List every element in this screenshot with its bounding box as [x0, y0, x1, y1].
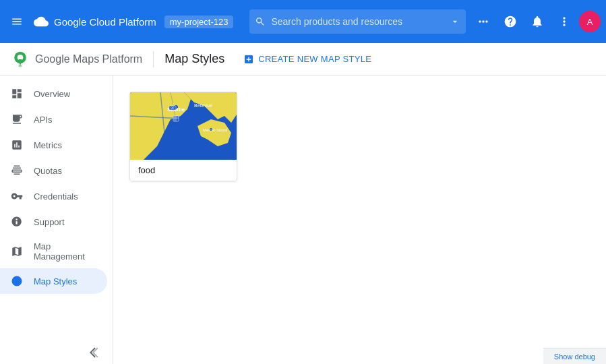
sidebar-item-map-styles[interactable]: Map Styles [0, 268, 107, 294]
avatar[interactable]: A [579, 11, 601, 32]
apis-icon [11, 113, 23, 125]
sidebar-label-map-management: Map Management [34, 241, 96, 262]
sidebar-label-map-styles: Map Styles [34, 276, 77, 286]
title-divider [153, 51, 154, 67]
svg-text:90: 90 [171, 106, 175, 110]
credentials-icon [11, 190, 23, 202]
sidebar-item-metrics[interactable]: Metrics [0, 132, 107, 158]
svg-point-14 [200, 108, 203, 111]
apps-icon-btn[interactable] [471, 9, 495, 34]
maps-logo-area: Google Maps Platform [11, 50, 142, 69]
map-thumbnail-svg: Seattle Bellevue Mercer Island 90 [130, 92, 237, 160]
top-bar-product-name: Google Cloud Platform [54, 16, 156, 28]
main-layout: Overview APIs Metrics [0, 75, 606, 364]
map-card-name: food [138, 165, 155, 175]
sidebar-item-quotas[interactable]: Quotas [0, 158, 107, 183]
svg-text:Mercer Island: Mercer Island [203, 128, 227, 132]
sidebar: Overview APIs Metrics [0, 75, 113, 364]
sidebar-label-apis: APIs [34, 115, 52, 125]
map-thumbnail: Seattle Bellevue Mercer Island 90 [130, 92, 237, 160]
search-icon [255, 16, 266, 27]
add-icon [243, 54, 254, 65]
sidebar-item-credentials[interactable]: Credentials [0, 183, 107, 209]
sidebar-item-apis[interactable]: APIs [0, 107, 107, 132]
maps-pin-icon [11, 50, 30, 69]
sidebar-label-overview: Overview [34, 89, 70, 99]
second-bar: Google Maps Platform Map Styles CREATE N… [0, 43, 606, 75]
overview-icon [11, 88, 23, 100]
create-btn-label: CREATE NEW MAP STYLE [258, 54, 371, 64]
sidebar-item-map-management[interactable]: Map Management [0, 235, 107, 268]
more-icon-btn[interactable] [552, 9, 576, 34]
support-icon [11, 216, 23, 228]
top-bar: Google Cloud Platform my-project-123 [0, 0, 606, 43]
sidebar-label-quotas: Quotas [34, 166, 62, 176]
map-management-icon [11, 245, 23, 257]
svg-text:Bellevue: Bellevue [194, 103, 212, 108]
map-styles-icon [11, 275, 23, 287]
map-style-card[interactable]: Seattle Bellevue Mercer Island 90 food [129, 92, 237, 181]
sidebar-item-support[interactable]: Support [0, 209, 107, 235]
map-card-footer: food [130, 160, 237, 181]
metrics-icon [11, 139, 23, 151]
top-bar-account-name[interactable]: my-project-123 [164, 16, 234, 28]
help-icon-btn[interactable] [498, 9, 522, 34]
menu-icon[interactable] [5, 10, 28, 33]
create-new-map-style-button[interactable]: CREATE NEW MAP STYLE [235, 50, 380, 69]
sidebar-label-credentials: Credentials [34, 191, 78, 202]
page-title: Map Styles [164, 52, 224, 66]
quotas-icon [11, 164, 23, 177]
cloud-logo-icon [34, 14, 49, 29]
top-bar-actions: A [471, 9, 601, 34]
sidebar-collapse-btn[interactable] [0, 341, 113, 364]
collapse-icon [90, 346, 102, 359]
search-input[interactable] [271, 16, 444, 27]
top-bar-logo-area: Google Cloud Platform my-project-123 [34, 14, 233, 29]
svg-point-4 [12, 276, 22, 286]
app-name: Google Maps Platform [35, 53, 142, 65]
notification-icon-btn[interactable] [525, 9, 549, 34]
main-content: Seattle Bellevue Mercer Island 90 food [113, 75, 606, 364]
sidebar-label-metrics: Metrics [34, 140, 62, 150]
debug-label[interactable]: Show debug [554, 353, 595, 361]
sidebar-label-support: Support [34, 217, 65, 227]
bottom-bar: Show debug [543, 348, 606, 364]
sidebar-item-overview[interactable]: Overview [0, 81, 107, 107]
search-dropdown-icon[interactable] [450, 16, 460, 27]
search-bar[interactable] [249, 9, 466, 34]
